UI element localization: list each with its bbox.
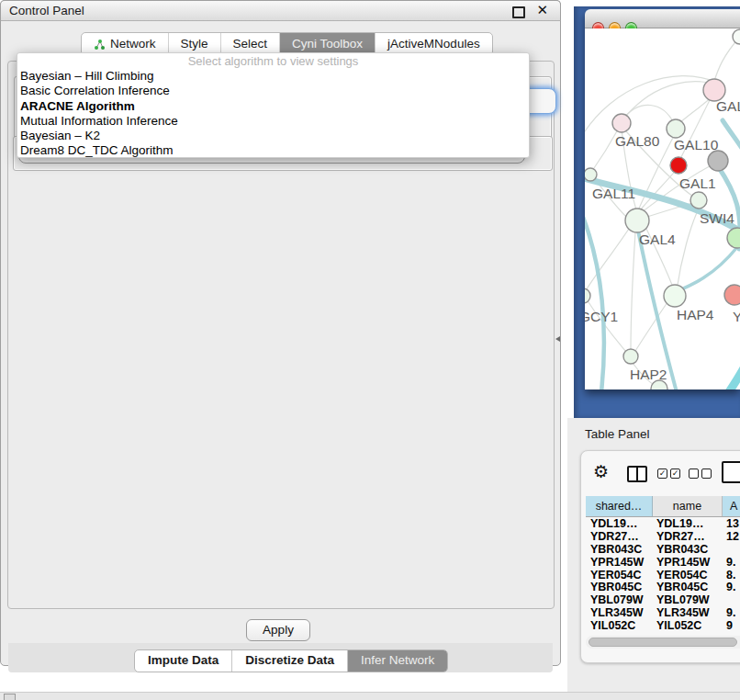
- node-red[interactable]: [670, 157, 687, 174]
- tab-impute-data[interactable]: Impute Data: [135, 650, 231, 672]
- network-icon: [94, 39, 106, 51]
- algorithm-option[interactable]: Dream8 DC_TDC Algorithm: [17, 143, 529, 158]
- column-header-name[interactable]: name: [653, 496, 723, 516]
- table-row[interactable]: YBR043CYBR043C: [586, 544, 740, 557]
- column-header-shared-name[interactable]: shared…: [586, 496, 653, 516]
- node-label: HAP2: [630, 367, 667, 382]
- node-swi4[interactable]: [727, 228, 740, 248]
- table-row[interactable]: YPR145WYPR145W9.: [586, 557, 740, 570]
- dock-mini-icon[interactable]: [4, 694, 16, 700]
- node-label: HAP4: [677, 307, 714, 322]
- network-window-titlebar[interactable]: [585, 9, 740, 28]
- float-window-icon[interactable]: [512, 6, 525, 18]
- table-body[interactable]: YDL19…YDL19…13 YDR27…YDR27…12 YBR043CYBR…: [586, 518, 740, 631]
- algorithm-option-selected[interactable]: ARACNE Algorithm: [17, 99, 529, 114]
- table-row[interactable]: YBR045CYBR045C9.: [586, 581, 740, 594]
- table-horizontal-scrollbar[interactable]: [586, 636, 740, 649]
- node-label: GAL80: [615, 133, 660, 149]
- table-panel-region: Table Panel ⚙ ✓ ✓ shared… name A YDL19…Y…: [567, 418, 740, 700]
- apply-button[interactable]: Apply: [246, 619, 310, 641]
- close-icon[interactable]: ✕: [536, 2, 548, 18]
- node-label: GAL1: [679, 175, 716, 191]
- select-all-columns-icon[interactable]: ✓ ✓: [657, 469, 680, 479]
- node-label: GCY1: [585, 309, 618, 324]
- node-label: GAL11: [592, 186, 635, 201]
- table-row[interactable]: YDL19…YDL19…13: [586, 518, 740, 531]
- node-y[interactable]: [724, 285, 740, 305]
- network-canvas[interactable]: GAL7 GAL80 GAL10 GAL11 GAL1 SWI4 GAL4 GC…: [585, 28, 740, 390]
- node-gal10[interactable]: [667, 119, 685, 138]
- table-panel-title: Table Panel: [585, 427, 650, 441]
- algorithm-option[interactable]: Bayesian – Hill Climbing: [17, 69, 529, 84]
- column-header-partial[interactable]: A: [723, 496, 740, 516]
- node-table-card: ⚙ ✓ ✓ shared… name A YDL19…YDL19…13 YDR2…: [580, 450, 740, 663]
- gear-icon[interactable]: ⚙: [593, 463, 609, 480]
- table-header: shared… name A: [586, 496, 740, 517]
- node-gal1[interactable]: [690, 192, 707, 209]
- algorithm-option[interactable]: Bayesian – K2: [17, 129, 529, 143]
- table-row[interactable]: YDR27…YDR27…12: [586, 531, 740, 544]
- node-gcy1[interactable]: [585, 288, 590, 303]
- cyni-mode-tabs: Impute Data Discretize Data Infer Networ…: [134, 649, 448, 672]
- node-unlabeled[interactable]: [733, 29, 740, 44]
- unselect-all-columns-icon[interactable]: [689, 469, 712, 479]
- node-gal80[interactable]: [612, 114, 631, 132]
- node-gray[interactable]: [708, 151, 728, 171]
- node-gal11[interactable]: [585, 168, 597, 181]
- node-hap4[interactable]: [664, 285, 686, 307]
- control-panel-title: Control Panel: [9, 4, 84, 17]
- table-row[interactable]: YLR345WYLR345W9.: [586, 607, 740, 620]
- node-gal4[interactable]: [625, 209, 649, 232]
- table-row[interactable]: YBL079WYBL079W: [586, 594, 740, 607]
- control-panel-titlebar[interactable]: Control Panel ✕: [0, 0, 561, 21]
- algorithm-option[interactable]: Mutual Information Inference: [17, 114, 529, 129]
- export-table-icon[interactable]: [722, 461, 740, 483]
- table-row[interactable]: YIL052CYIL052C9: [586, 620, 740, 631]
- algorithm-option[interactable]: Basic Correlation Inference: [17, 84, 529, 98]
- tab-infer-network[interactable]: Infer Network: [347, 650, 447, 672]
- node-label: Y: [733, 309, 740, 324]
- algorithm-placeholder: Select algorithm to view settings: [17, 53, 529, 69]
- table-row[interactable]: YER054CYER054C8.: [586, 570, 740, 582]
- node-label: GAL10: [674, 137, 719, 152]
- tab-discretize-data[interactable]: Discretize Data: [231, 650, 347, 672]
- algorithm-dropdown-popup: Select algorithm to view settings Bayesi…: [17, 52, 530, 158]
- split-pane-handle-icon[interactable]: [555, 336, 560, 342]
- node-label: GAL4: [639, 231, 676, 247]
- show-columns-icon[interactable]: [627, 466, 647, 482]
- node-hap2[interactable]: [623, 349, 638, 364]
- node-label: GAL7: [716, 98, 740, 114]
- node-label: SWI4: [700, 210, 734, 226]
- status-bar: [0, 692, 740, 700]
